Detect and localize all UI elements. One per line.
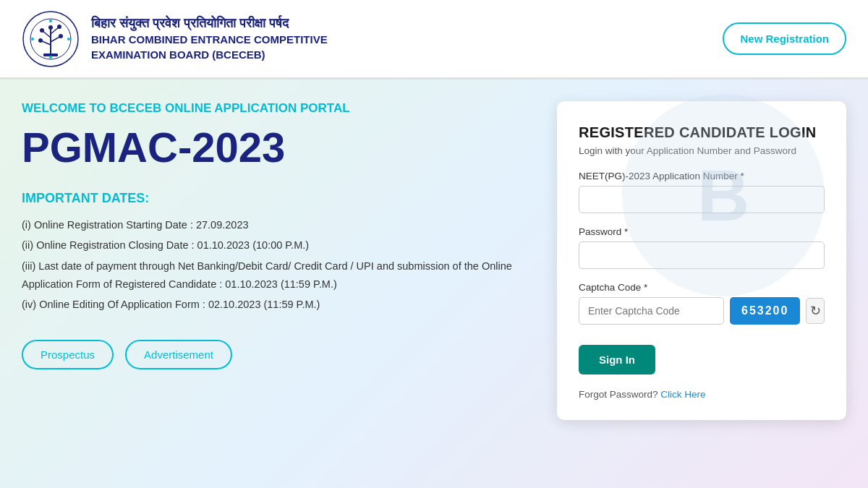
list-item: (ii) Online Registration Closing Date : … (22, 236, 528, 254)
click-here-link[interactable]: Click Here (660, 389, 705, 400)
svg-point-8 (57, 25, 61, 29)
important-dates-heading: IMPORTANT DATES: (22, 191, 528, 206)
svg-point-13 (31, 38, 34, 40)
forgot-password-section: Forgot Password? Click Here (579, 389, 825, 400)
site-header: बिहार संयुक्त प्रवेश प्रतियोगिता परीक्षा… (0, 0, 868, 80)
svg-point-14 (67, 38, 70, 40)
svg-point-9 (59, 34, 63, 38)
header-text-block: बिहार संयुक्त प्रवेश प्रतियोगिता परीक्षा… (91, 15, 328, 62)
header-english-line1: BIHAR COMBINED ENTRANCE COMPETITIVE (91, 32, 328, 47)
captcha-row: 653200 ↻ (579, 297, 825, 325)
new-registration-button[interactable]: New Registration (723, 22, 846, 55)
logo (22, 10, 80, 68)
logo-area: बिहार संयुक्त प्रवेश प्रतियोगिता परीक्षा… (22, 10, 328, 68)
svg-point-10 (38, 38, 43, 43)
exam-title: PGMAC-2023 (22, 124, 528, 171)
advertisement-button[interactable]: Advertisement (125, 340, 232, 369)
svg-point-11 (48, 25, 53, 30)
left-content: WELCOME TO BCECEB ONLINE APPLICATION POR… (22, 101, 528, 369)
captcha-code-display: 653200 (730, 297, 800, 325)
main-content: B WELCOME TO BCECEB ONLINE APPLICATION P… (0, 80, 868, 488)
list-item: (iii) Last date of payment through Net B… (22, 257, 528, 293)
svg-point-7 (40, 28, 44, 33)
list-item: (i) Online Registration Starting Date : … (22, 216, 528, 234)
header-english-line2: EXAMINATION BOARD (BCECEB) (91, 47, 328, 62)
left-panel: WELCOME TO BCECEB ONLINE APPLICATION POR… (22, 101, 557, 466)
list-item: (iv) Online Editing Of Application Form … (22, 296, 528, 314)
bottom-buttons: Prospectus Advertisement (22, 340, 528, 369)
sign-in-button[interactable]: Sign In (579, 345, 655, 374)
svg-point-16 (49, 56, 52, 59)
header-hindi: बिहार संयुक्त प्रवेश प्रतियोगिता परीक्षा… (91, 15, 328, 32)
dates-list: (i) Online Registration Starting Date : … (22, 216, 528, 314)
prospectus-button[interactable]: Prospectus (22, 340, 114, 369)
captcha-refresh-button[interactable]: ↻ (806, 298, 825, 324)
svg-point-15 (49, 20, 52, 22)
welcome-text: WELCOME TO BCECEB ONLINE APPLICATION POR… (22, 101, 528, 116)
watermark: B (622, 94, 825, 296)
captcha-input[interactable] (579, 297, 724, 325)
forgot-password-text: Forgot Password? (579, 389, 658, 400)
